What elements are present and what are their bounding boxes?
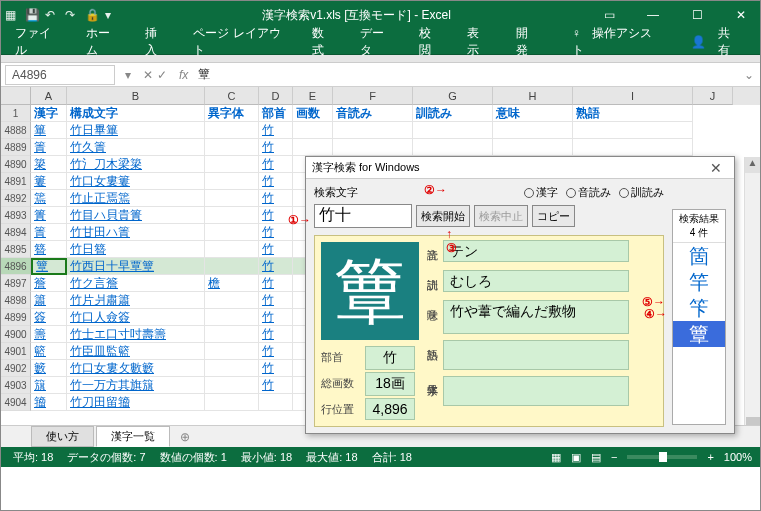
tab-pagelayout[interactable]: ページ レイアウト [185, 21, 293, 63]
result-item[interactable]: 簟 [673, 321, 725, 347]
lock-icon: 🔒 [85, 8, 99, 22]
scroll-up-icon[interactable]: ▲ [745, 157, 760, 173]
col-header[interactable]: B [67, 87, 205, 105]
strokes-value: 18画 [365, 372, 415, 396]
ribbon: ファイル ホーム 挿入 ページ レイアウト 数式 データ 校閲 表示 開発 ♀ … [1, 29, 760, 55]
zoom-out-icon[interactable]: − [611, 451, 617, 463]
col-header[interactable]: H [493, 87, 573, 105]
variant-value [443, 376, 629, 406]
search-stop-button: 検索中止 [474, 205, 528, 227]
formula-bar: A4896 ▾ ✕✓ fx 簟 ⌄ [1, 63, 760, 87]
status-min: 最小値: 18 [241, 450, 292, 465]
fx-icon[interactable]: fx [173, 68, 194, 82]
vertical-scrollbar[interactable]: ▲ ▼ [744, 157, 760, 425]
save-icon[interactable]: 💾 [25, 8, 39, 22]
zoom-in-icon[interactable]: + [707, 451, 713, 463]
dialog-close-button[interactable]: ✕ [704, 160, 728, 176]
search-input[interactable]: 竹十 [314, 204, 412, 228]
tab-developer[interactable]: 開発 [508, 21, 546, 63]
meaning-value: 竹や葦で編んだ敷物 [443, 300, 629, 334]
qat-more-icon[interactable]: ▾ [105, 8, 119, 22]
copy-button[interactable]: コピー [532, 205, 575, 227]
enter-icon[interactable]: ✓ [157, 68, 167, 82]
col-header[interactable]: E [293, 87, 333, 105]
rowpos-value: 4,896 [365, 398, 415, 420]
view-pagebreak-icon[interactable]: ▤ [591, 451, 601, 464]
status-count: データの個数: 7 [67, 450, 145, 465]
jukugo-value [443, 340, 629, 370]
result-list: 検索結果4 件 箇竿笇簟 [672, 209, 726, 425]
share-button[interactable]: 👤 共有 [683, 17, 754, 67]
table-row[interactable]: 4889簀竹久簀竹 [1, 139, 760, 156]
bushu-label: 部首 [321, 350, 343, 365]
tab-formulas[interactable]: 数式 [304, 21, 342, 63]
kanji-search-dialog: 漢字検索 for Windows ✕ 検索文字 漢字 音読み 訓読み 竹十 検索… [305, 156, 735, 434]
scroll-thumb[interactable] [746, 417, 760, 425]
annotation-2: ②→ [424, 183, 447, 197]
result-item[interactable]: 箇 [673, 243, 725, 269]
col-header[interactable]: C [205, 87, 259, 105]
zoom-level[interactable]: 100% [724, 451, 752, 463]
dialog-title: 漢字検索 for Windows [312, 160, 420, 175]
undo-icon[interactable]: ↶ [45, 8, 59, 22]
big-kanji-display: 簟 [321, 242, 419, 340]
table-row[interactable]: 4888篳竹日畢篳竹 [1, 122, 760, 139]
zoom-slider[interactable] [627, 455, 697, 459]
search-label: 検索文字 [314, 185, 358, 200]
name-box[interactable]: A4896 [5, 65, 115, 85]
col-header[interactable]: G [413, 87, 493, 105]
col-header[interactable]: F [333, 87, 413, 105]
dialog-titlebar[interactable]: 漢字検索 for Windows ✕ [306, 157, 734, 179]
radio-kanji[interactable]: 漢字 [524, 185, 558, 200]
radio-kunyomi[interactable]: 訓読み [619, 185, 664, 200]
annotation-1: ①→ [288, 213, 311, 227]
kunyomi-value: むしろ [443, 270, 629, 292]
tab-data[interactable]: データ [352, 21, 401, 63]
namebox-dropdown-icon[interactable]: ▾ [125, 68, 131, 82]
view-pagelayout-icon[interactable]: ▣ [571, 451, 581, 464]
select-all-corner[interactable] [1, 87, 31, 105]
new-sheet-button[interactable]: ⊕ [172, 428, 198, 446]
excel-icon: ▦ [5, 8, 19, 22]
sheet-tab[interactable]: 使い方 [31, 426, 94, 447]
result-item[interactable]: 竿 [673, 269, 725, 295]
result-item[interactable]: 笇 [673, 295, 725, 321]
status-sum: 合計: 18 [372, 450, 412, 465]
tell-me[interactable]: ♀ 操作アシスト [564, 21, 673, 63]
col-header[interactable]: D [259, 87, 293, 105]
search-start-button[interactable]: 検索開始 [416, 205, 470, 227]
rowpos-label: 行位置 [321, 402, 354, 417]
tab-home[interactable]: ホーム [78, 21, 127, 63]
strokes-label: 総画数 [321, 376, 354, 391]
col-header[interactable]: J [693, 87, 733, 105]
tab-file[interactable]: ファイル [7, 21, 68, 63]
sheet-tab[interactable]: 漢字一覧 [96, 426, 170, 447]
redo-icon[interactable]: ↷ [65, 8, 79, 22]
status-max: 最大値: 18 [306, 450, 357, 465]
formulabar-expand-icon[interactable]: ⌄ [738, 68, 760, 82]
col-header[interactable]: I [573, 87, 693, 105]
formula-input[interactable]: 簟 [194, 64, 738, 85]
annotation-5: ⑤→ [642, 295, 665, 309]
onyomi-value: テン [443, 240, 629, 262]
view-normal-icon[interactable]: ▦ [551, 451, 561, 464]
tab-view[interactable]: 表示 [459, 21, 497, 63]
status-avg: 平均: 18 [13, 450, 53, 465]
cancel-icon[interactable]: ✕ [143, 68, 153, 82]
bushu-value: 竹 [365, 346, 415, 370]
radio-onyomi[interactable]: 音読み [566, 185, 611, 200]
tab-review[interactable]: 校閲 [411, 21, 449, 63]
annotation-4: ④→ [644, 307, 667, 321]
tab-insert[interactable]: 挿入 [137, 21, 175, 63]
status-numcount: 数値の個数: 1 [160, 450, 227, 465]
col-header[interactable]: A [31, 87, 67, 105]
annotation-3: ↑③ [446, 227, 457, 255]
result-header: 検索結果4 件 [673, 210, 725, 243]
status-bar: 平均: 18 データの個数: 7 数値の個数: 1 最小値: 18 最大値: 1… [1, 447, 760, 467]
detail-panel: 簟 音読 テン 訓読 むしろ 意味 竹や葦で編んだ敷物 熟語 異字体 部首 竹 … [314, 235, 664, 427]
